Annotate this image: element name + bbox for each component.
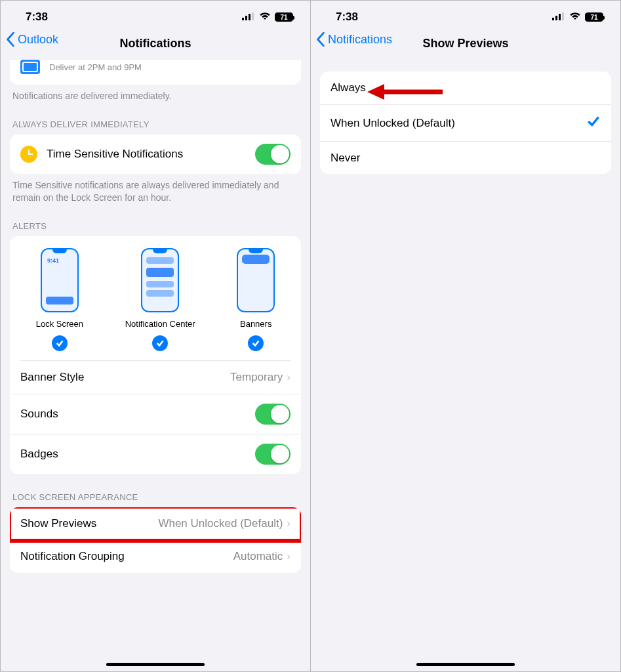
time-sensitive-toggle[interactable] xyxy=(255,144,290,165)
badges-toggle[interactable] xyxy=(255,444,290,465)
back-button[interactable]: Notifications xyxy=(316,32,392,47)
option-when-unlocked[interactable]: When Unlocked (Default) xyxy=(320,104,611,141)
alert-banners[interactable]: Banners xyxy=(237,248,275,351)
time-sensitive-desc: Time Sensitive notifications are always … xyxy=(10,174,301,216)
previews-options-card: Always When Unlocked (Default) Never xyxy=(320,72,611,174)
chevron-right-icon: › xyxy=(287,550,290,563)
option-unlocked-label: When Unlocked (Default) xyxy=(331,117,455,130)
section-header-lockscreen: Lock Screen Appearance xyxy=(10,487,301,507)
cellular-icon xyxy=(242,10,255,24)
left-screenshot: 7:38 71 Outlook Notifications xyxy=(1,1,310,671)
right-screenshot: 7:38 71 Notifications Show Previews xyxy=(310,1,620,671)
time-sensitive-row[interactable]: Time Sensitive Notifications xyxy=(10,135,301,174)
alerts-card: 9:41 Lock Screen Notification Center Ban… xyxy=(10,236,301,474)
svg-rect-2 xyxy=(249,14,250,20)
lockscreen-card: Show Previews When Unlocked (Default)› N… xyxy=(10,507,301,573)
scheduled-summary-card-partial[interactable]: Deliver at 2PM and 9PM xyxy=(10,60,301,85)
alert-center-check[interactable] xyxy=(152,335,168,351)
home-indicator[interactable] xyxy=(416,663,515,666)
show-previews-label: Show Previews xyxy=(20,517,96,530)
checkmark-icon xyxy=(586,114,601,132)
nav-bar: Outlook Notifications xyxy=(1,30,310,60)
status-icons: 71 xyxy=(242,10,293,24)
section-header-alerts: Alerts xyxy=(10,216,301,236)
delivered-immediately-text: Notifications are delivered immediately. xyxy=(10,85,301,114)
banner-style-row[interactable]: Banner Style Temporary› xyxy=(10,361,301,394)
chevron-left-icon xyxy=(6,32,15,47)
status-bar: 7:38 71 xyxy=(1,1,310,30)
sounds-row[interactable]: Sounds xyxy=(10,394,301,434)
cellular-icon xyxy=(552,10,565,24)
alert-banners-check[interactable] xyxy=(248,335,264,351)
time-sensitive-card: Time Sensitive Notifications xyxy=(10,135,301,174)
svg-rect-3 xyxy=(252,12,254,20)
status-time: 7:38 xyxy=(336,10,358,24)
status-icons: 71 xyxy=(552,10,603,24)
chevron-left-icon xyxy=(316,32,325,47)
svg-rect-4 xyxy=(552,18,554,20)
alert-lock-check[interactable] xyxy=(52,335,68,351)
svg-rect-5 xyxy=(555,16,557,20)
back-button[interactable]: Outlook xyxy=(6,32,58,47)
alert-lock-label: Lock Screen xyxy=(36,319,83,329)
status-bar: 7:38 71 xyxy=(311,1,620,30)
chevron-right-icon: › xyxy=(287,371,290,384)
home-indicator[interactable] xyxy=(106,663,205,666)
svg-rect-7 xyxy=(562,12,564,20)
section-header-always: Always Deliver Immediately xyxy=(10,114,301,135)
calendar-icon xyxy=(20,60,40,74)
chevron-right-icon: › xyxy=(287,517,290,530)
svg-rect-6 xyxy=(559,14,561,20)
nav-bar: Notifications Show Previews xyxy=(311,30,620,60)
banner-style-label: Banner Style xyxy=(20,371,84,384)
status-time: 7:38 xyxy=(26,10,48,24)
wifi-icon xyxy=(259,10,271,24)
show-previews-row[interactable]: Show Previews When Unlocked (Default)› xyxy=(10,507,301,540)
sounds-label: Sounds xyxy=(20,408,58,421)
back-label: Notifications xyxy=(328,33,392,47)
svg-rect-0 xyxy=(242,18,244,20)
show-previews-value: When Unlocked (Default) xyxy=(158,517,283,530)
notification-grouping-row[interactable]: Notification Grouping Automatic› xyxy=(10,540,301,573)
scheduled-summary-subtext: Deliver at 2PM and 9PM xyxy=(49,62,142,72)
wifi-icon xyxy=(569,10,581,24)
page-title: Show Previews xyxy=(422,37,508,51)
alert-center-label: Notification Center xyxy=(125,319,195,329)
option-never-label: Never xyxy=(331,152,360,165)
svg-rect-1 xyxy=(245,16,247,20)
option-always-label: Always xyxy=(331,81,366,94)
badges-label: Badges xyxy=(20,448,58,461)
grouping-label: Notification Grouping xyxy=(20,550,125,563)
clock-icon xyxy=(20,146,37,163)
alert-banners-label: Banners xyxy=(240,319,271,329)
alert-notification-center[interactable]: Notification Center xyxy=(125,248,195,351)
grouping-value: Automatic xyxy=(233,550,283,563)
badges-row[interactable]: Badges xyxy=(10,434,301,474)
back-label: Outlook xyxy=(18,33,58,47)
option-never[interactable]: Never xyxy=(320,141,611,174)
alert-lock-screen[interactable]: 9:41 Lock Screen xyxy=(36,248,83,351)
option-always[interactable]: Always xyxy=(320,72,611,104)
battery-icon: 71 xyxy=(275,12,293,22)
battery-icon: 71 xyxy=(585,12,603,22)
page-title: Notifications xyxy=(119,37,191,51)
banner-style-value: Temporary xyxy=(230,371,283,384)
sounds-toggle[interactable] xyxy=(255,404,290,425)
time-sensitive-label: Time Sensitive Notifications xyxy=(47,148,183,161)
